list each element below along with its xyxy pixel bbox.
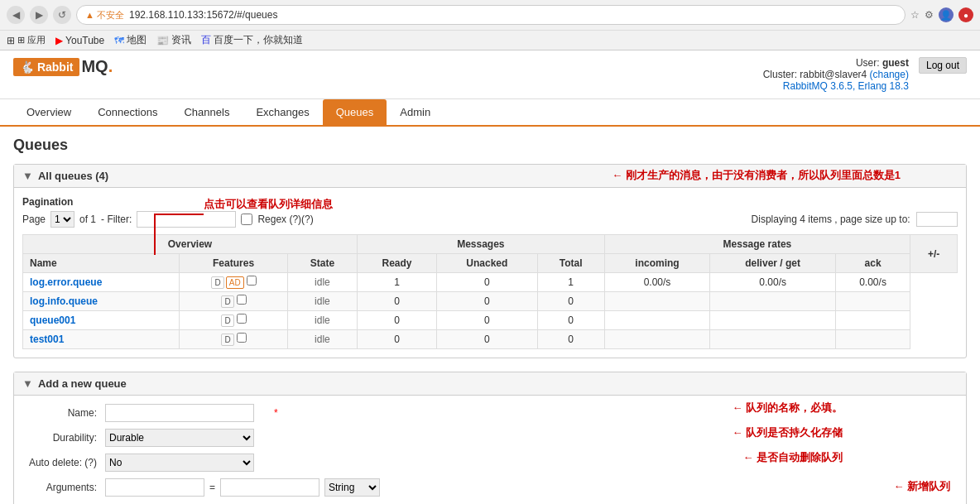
plus-minus-header[interactable]: +/- xyxy=(910,235,958,273)
version-line: RabbitMQ 3.6.5, Erlang 18.3 xyxy=(763,80,909,92)
queue-total-cell: 0 xyxy=(537,311,604,330)
page-select[interactable]: 1 xyxy=(50,211,74,228)
user-name: guest xyxy=(882,57,909,69)
tab-exchanges[interactable]: Exchanges xyxy=(243,99,322,125)
user-label: User: xyxy=(856,57,880,69)
extension-icon[interactable]: ⚙ xyxy=(925,9,934,21)
table-row: log.info.queueDidle000 xyxy=(23,292,958,311)
regex-checkbox[interactable] xyxy=(241,214,252,225)
queue-name-link[interactable]: queue001 xyxy=(30,314,75,326)
star-icon[interactable]: ☆ xyxy=(910,9,920,21)
cluster-value: rabbit@slaver4 xyxy=(800,69,867,80)
feature-checkbox[interactable] xyxy=(247,276,257,286)
filter-input[interactable] xyxy=(137,211,236,228)
queue-incoming-cell: 0.00/s xyxy=(604,273,710,292)
cluster-label: Cluster: xyxy=(763,69,797,80)
durability-select[interactable]: Durable Transient xyxy=(105,429,254,447)
table-row: test001Didle000 xyxy=(23,330,958,349)
table-row: queue001Didle000 xyxy=(23,311,958,330)
queue-state-cell: idle xyxy=(287,311,357,330)
queue-name-input[interactable] xyxy=(105,404,254,422)
cluster-change-link[interactable]: (change) xyxy=(870,69,909,80)
arguments-key-input[interactable] xyxy=(105,478,204,497)
displaying-info: Displaying 4 items , page size up to: 10… xyxy=(752,212,958,227)
tab-admin[interactable]: Admin xyxy=(387,99,444,125)
address-bar[interactable]: ▲ 不安全 192.168.110.133:15672/#/queues xyxy=(76,5,906,25)
add-queue-section-wrapper: ▼ Add a new queue Name: * Dur xyxy=(13,372,967,504)
queue-features-cell: D xyxy=(180,292,288,311)
queue-unacked-cell: 0 xyxy=(437,311,538,330)
youtube-label: YouTube xyxy=(65,35,104,46)
tab-channels[interactable]: Channels xyxy=(171,99,243,125)
queues-section-title: All queues (4) xyxy=(38,170,108,182)
cluster-line: Cluster: rabbit@slaver4 (change) xyxy=(763,69,909,80)
tab-overview[interactable]: Overview xyxy=(13,99,84,125)
feature-checkbox[interactable] xyxy=(237,295,247,305)
youtube-icon: ▶ xyxy=(55,35,63,46)
queue-features-cell: D xyxy=(180,311,288,330)
page-size-input[interactable]: 100 xyxy=(916,212,958,227)
queue-deliver-cell xyxy=(710,292,836,311)
news-label: 资讯 xyxy=(171,33,191,47)
queue-ready-cell: 0 xyxy=(357,292,436,311)
back-button[interactable]: ◀ xyxy=(7,6,25,24)
arguments-type-select[interactable]: String Number Boolean xyxy=(324,478,380,497)
queue-ready-cell: 0 xyxy=(357,311,436,330)
apps-icon: ⊞ xyxy=(7,35,15,46)
queues-section: ▼ All queues (4) Pagination Page 1 of 1 … xyxy=(13,164,967,358)
queue-features-cell: D xyxy=(180,330,288,349)
menu-dots-icon[interactable]: ● xyxy=(958,7,973,22)
equals-sign: = xyxy=(209,482,215,493)
tab-queues[interactable]: Queues xyxy=(323,99,387,125)
bookmark-youtube[interactable]: ▶ YouTube xyxy=(55,35,104,46)
th-total: Total xyxy=(537,254,604,273)
user-account-icon[interactable]: 👤 xyxy=(939,7,954,22)
name-input-wrapper xyxy=(105,404,271,422)
arguments-form-row: Arguments: = String Number Boolean xyxy=(22,478,958,497)
queue-unacked-cell: 0 xyxy=(437,330,538,349)
queue-ready-cell: 1 xyxy=(357,273,436,292)
queue-name-link[interactable]: test001 xyxy=(30,334,64,345)
bookmarks-bar: ⊞ ⊞ 应用 ▶ YouTube 🗺 地图 📰 资讯 百 百度一下，你就知道 xyxy=(0,30,980,50)
pagination-bar: Page 1 of 1 - Filter: Regex (?)(?) Displ… xyxy=(22,211,958,228)
feature-checkbox[interactable] xyxy=(237,314,247,324)
queue-unacked-cell: 0 xyxy=(437,273,538,292)
th-name: Name xyxy=(23,254,180,273)
user-info: User: guest Cluster: rabbit@slaver4 (cha… xyxy=(763,57,909,92)
arguments-value-input[interactable] xyxy=(220,478,319,497)
reload-button[interactable]: ↺ xyxy=(53,6,71,24)
queue-total-cell: 0 xyxy=(537,330,604,349)
bookmark-maps[interactable]: 🗺 地图 xyxy=(114,33,147,47)
overview-group-header: Overview xyxy=(23,235,358,254)
th-features: Features xyxy=(180,254,288,273)
address-text: 192.168.110.133:15672/#/queues xyxy=(129,9,278,21)
forward-button[interactable]: ▶ xyxy=(30,6,48,24)
queue-state-cell: idle xyxy=(287,273,357,292)
queue-incoming-cell xyxy=(604,330,710,349)
bookmark-apps[interactable]: ⊞ ⊞ 应用 xyxy=(7,34,46,46)
toggle-arrow-icon: ▼ xyxy=(22,170,33,182)
arguments-controls: = String Number Boolean xyxy=(105,478,380,497)
bookmark-baidu[interactable]: 百 百度一下，你就知道 xyxy=(201,33,303,47)
queues-section-header[interactable]: ▼ All queues (4) xyxy=(14,165,966,188)
tab-connections[interactable]: Connections xyxy=(84,99,171,125)
th-incoming: incoming xyxy=(604,254,710,273)
queue-name-link[interactable]: log.info.queue xyxy=(30,295,98,307)
name-label: Name: xyxy=(22,407,105,419)
add-queue-section-header[interactable]: ▼ Add a new queue xyxy=(14,372,966,396)
auto-delete-select[interactable]: No Yes xyxy=(105,454,254,472)
queue-total-cell: 0 xyxy=(537,292,604,311)
queue-unacked-cell: 0 xyxy=(437,292,538,311)
queue-name-link[interactable]: log.error.queue xyxy=(30,276,102,288)
logout-button[interactable]: Log out xyxy=(919,57,967,74)
bookmark-news[interactable]: 📰 资讯 xyxy=(156,33,191,47)
queue-features-cell: DAD xyxy=(180,273,288,292)
queue-state-cell: idle xyxy=(287,330,357,349)
feature-checkbox[interactable] xyxy=(237,333,247,343)
add-queue-section-title: Add a new queue xyxy=(38,377,127,390)
main-content: Queues ▼ All queues (4) Pagination Page … xyxy=(0,127,980,504)
arguments-label: Arguments: xyxy=(22,482,105,493)
rabbitmq-logo: 🐇 Rabbit MQ. xyxy=(13,57,113,76)
version-link[interactable]: RabbitMQ 3.6.5, Erlang 18.3 xyxy=(783,80,909,92)
queue-total-cell: 1 xyxy=(537,273,604,292)
